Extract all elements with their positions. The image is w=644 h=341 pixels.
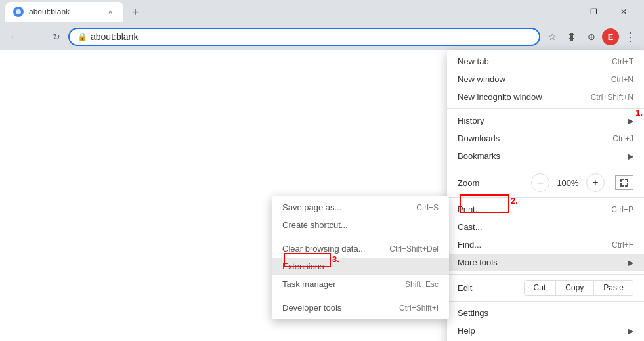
svg-rect-4 (627, 179, 628, 182)
page-content: New tab Ctrl+T New window Ctrl+N New inc… (0, 50, 644, 317)
refresh-button[interactable]: ↻ (47, 28, 66, 46)
main-menu: New tab Ctrl+T New window Ctrl+N New inc… (447, 50, 644, 341)
annotation-label-3: 3. (332, 254, 339, 264)
submenu-separator-1 (272, 237, 449, 237)
active-tab[interactable]: about:blank × (5, 2, 123, 22)
zoom-controls: – 100% + (531, 173, 633, 192)
menu-item-find[interactable]: Find... Ctrl+F (447, 236, 644, 254)
edit-buttons: Cut Copy Paste (524, 280, 633, 296)
separator-3 (447, 197, 644, 198)
submenu-item-create-shortcut[interactable]: Create shortcut... (272, 216, 449, 234)
separator-1 (447, 108, 644, 109)
copy-button[interactable]: Copy (555, 280, 593, 296)
menu-item-print[interactable]: Print... Ctrl+P (447, 200, 644, 218)
submenu-item-extensions[interactable]: Extensions (272, 258, 449, 275)
submenu-item-task-manager[interactable]: Task manager Shift+Esc (272, 275, 449, 293)
new-tab-button[interactable]: + (126, 3, 144, 22)
fullscreen-button[interactable] (615, 175, 633, 190)
paste-button[interactable]: Paste (593, 280, 633, 296)
zoom-row: Zoom – 100% + (447, 171, 644, 194)
main-menu-button[interactable]: ⋮ (620, 28, 639, 46)
extensions-icon[interactable] (563, 28, 581, 46)
address-text: about:blank (91, 32, 531, 42)
tab-title: about:blank (29, 7, 100, 16)
more-tools-submenu: Save page as... Ctrl+S Create shortcut..… (272, 196, 449, 319)
menu-item-new-window[interactable]: New window Ctrl+N (447, 70, 644, 88)
minimize-button[interactable]: — (548, 0, 578, 24)
zoom-value: 100% (555, 178, 581, 188)
cut-button[interactable]: Cut (524, 280, 556, 296)
menu-item-downloads[interactable]: Downloads Ctrl+J (447, 129, 644, 147)
maximize-button[interactable]: ❐ (578, 0, 609, 24)
close-button[interactable]: ✕ (609, 0, 639, 24)
menu-item-help[interactable]: Help ▶ (447, 322, 644, 340)
forward-button[interactable]: → (26, 28, 45, 46)
tab-favicon (13, 7, 24, 17)
profile-avatar[interactable]: E (602, 28, 619, 45)
address-bar: ← → ↻ 🔒 about:blank ☆ ⊕ E ⋮ (0, 24, 644, 50)
menu-item-bookmarks[interactable]: Bookmarks ▶ (447, 147, 644, 165)
separator-5 (447, 301, 644, 302)
menu-item-history[interactable]: History ▶ (447, 112, 644, 129)
menu-item-settings[interactable]: Settings (447, 304, 644, 322)
menu-item-incognito[interactable]: New incognito window Ctrl+Shift+N (447, 88, 644, 106)
zoom-in-button[interactable]: + (586, 173, 605, 192)
svg-point-0 (16, 9, 21, 14)
submenu-item-save-page[interactable]: Save page as... Ctrl+S (272, 198, 449, 216)
submenu-item-clear-browsing[interactable]: Clear browsing data... Ctrl+Shift+Del (272, 240, 449, 258)
svg-rect-6 (620, 183, 622, 187)
back-button[interactable]: ← (5, 28, 24, 46)
separator-2 (447, 168, 644, 168)
annotation-label-1: 1. (635, 108, 643, 118)
tab-close-button[interactable]: × (105, 7, 116, 17)
menu-item-new-tab[interactable]: New tab Ctrl+T (447, 53, 644, 70)
menu-item-more-tools[interactable]: More tools ▶ (447, 254, 644, 271)
submenu-item-dev-tools[interactable]: Developer tools Ctrl+Shift+I (272, 299, 449, 317)
edit-row: Edit Cut Copy Paste (447, 277, 644, 298)
zoom-out-button[interactable]: – (531, 173, 549, 192)
annotation-label-2: 2. (511, 196, 518, 206)
submenu-separator-2 (272, 296, 449, 296)
toolbar-icons: ☆ ⊕ E ⋮ (543, 28, 639, 46)
address-input[interactable]: 🔒 about:blank (68, 28, 540, 46)
svg-rect-8 (627, 183, 628, 187)
window-controls: — ❐ ✕ (548, 0, 639, 24)
bookmark-star-icon[interactable]: ☆ (543, 28, 561, 46)
svg-rect-2 (620, 179, 622, 182)
menu-item-cast[interactable]: Cast... (447, 218, 644, 236)
security-lock-icon: 🔒 (77, 32, 87, 41)
cast-media-icon[interactable]: ⊕ (582, 28, 601, 46)
separator-4 (447, 274, 644, 275)
